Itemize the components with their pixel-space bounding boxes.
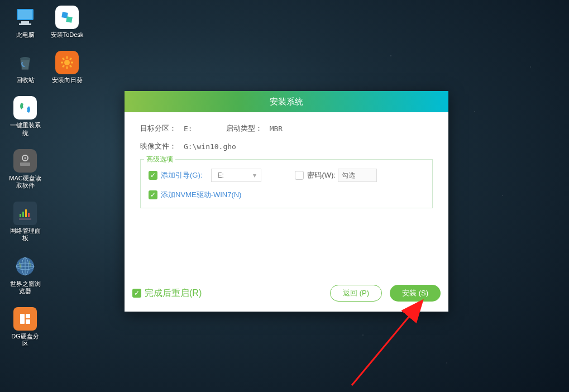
desktop-icon-label: 此电脑 — [16, 31, 35, 39]
dialog-body: 目标分区： E: 启动类型： MBR 映像文件： G:\win10.gho 高级… — [125, 112, 448, 312]
row-target-partition: 目标分区： E: 启动类型： MBR — [140, 123, 433, 133]
desktop-icon-dg-partition[interactable]: DG硬盘分区 — [8, 307, 42, 347]
desktop-icon-label: 世界之窗浏览器 — [8, 280, 42, 295]
partition-icon — [13, 307, 37, 331]
svg-rect-9 — [22, 212, 24, 217]
svg-rect-16 — [20, 314, 25, 324]
desktop-icon-label: MAC硬盘读取软件 — [8, 175, 42, 189]
opt-add-boot: ✓ 添加引导(G): E: 密码(W): — [149, 169, 424, 182]
row-image-file: 映像文件： G:\win10.gho — [140, 141, 433, 151]
svg-rect-7 — [20, 162, 30, 166]
desktop-icons-col1: 此电脑 回收站 一键重装系统 MAC硬盘读取软件 网络管理面板 世界之窗浏览器 — [8, 6, 42, 347]
install-button[interactable]: 安装 (S) — [390, 285, 441, 302]
dialog-title: 安装系统 — [125, 91, 448, 112]
svg-point-6 — [25, 157, 26, 159]
svg-line-26 — [63, 58, 64, 60]
back-button-label: 返回 (P) — [343, 288, 369, 298]
desktop-icon-label: 一键重装系统 — [8, 122, 42, 136]
svg-rect-8 — [20, 214, 21, 217]
desktop-icon-recycle-bin[interactable]: 回收站 — [8, 51, 42, 84]
svg-point-21 — [64, 60, 70, 65]
recycle-bin-icon — [13, 51, 37, 74]
globe-icon — [13, 255, 37, 278]
target-partition-value: E: — [184, 125, 193, 133]
target-partition-label: 目标分区： — [140, 123, 184, 133]
add-boot-select[interactable]: E: — [211, 169, 261, 182]
boot-type-value: MBR — [270, 125, 283, 133]
svg-rect-18 — [26, 319, 30, 324]
advanced-legend: 高级选项 — [144, 155, 175, 164]
svg-rect-1 — [18, 10, 32, 19]
svg-line-28 — [70, 58, 71, 60]
desktop-icon-label: DG硬盘分区 — [8, 333, 42, 347]
desktop-icon-label: 回收站 — [16, 77, 35, 84]
add-nvme-label: 添加NVME驱动-WIN7(N) — [161, 190, 241, 200]
advanced-options-fieldset: 高级选项 ✓ 添加引导(G): E: 密码(W): ✓ 添加NVME驱动-WIN… — [140, 159, 433, 208]
svg-rect-12 — [19, 218, 31, 220]
svg-rect-17 — [26, 314, 30, 318]
disk-icon — [13, 149, 37, 173]
desktop-icon-label: 安装向日葵 — [52, 77, 83, 84]
network-icon — [13, 202, 37, 225]
sunflower-icon — [55, 51, 79, 74]
svg-rect-11 — [28, 213, 30, 217]
desktop-icon-label: 网络管理面板 — [8, 227, 42, 242]
image-file-value: G:\win10.gho — [184, 142, 236, 151]
reinstall-icon — [13, 96, 37, 119]
desktop-icon-sunflower[interactable]: 安装向日葵 — [50, 51, 84, 84]
svg-line-27 — [70, 65, 71, 67]
opt-add-nvme: ✓ 添加NVME驱动-WIN7(N) — [149, 190, 424, 200]
desktop-icon-one-key-reinstall[interactable]: 一键重装系统 — [8, 96, 42, 136]
computer-icon — [13, 6, 37, 29]
svg-rect-2 — [21, 21, 29, 23]
checkbox-add-boot[interactable]: ✓ — [149, 171, 157, 180]
add-boot-label: 添加引导(G): — [161, 170, 202, 180]
boot-type-label: 启动类型： — [226, 123, 270, 133]
back-button[interactable]: 返回 (P) — [330, 285, 382, 302]
svg-line-30 — [352, 302, 422, 385]
svg-line-29 — [63, 65, 64, 67]
checkbox-nvme[interactable]: ✓ — [149, 190, 157, 199]
dialog-footer: ✓ 完成后重启(R) 返回 (P) 安装 (S) — [132, 285, 441, 302]
todesk-icon — [55, 6, 79, 29]
install-dialog: 安装系统 目标分区： E: 启动类型： MBR 映像文件： G:\win10.g… — [125, 91, 448, 312]
svg-rect-20 — [66, 16, 73, 23]
svg-point-4 — [20, 57, 30, 60]
password-input[interactable] — [338, 169, 377, 182]
desktop-icons-col2: 安装ToDesk 安装向日葵 — [50, 6, 84, 84]
checkbox-restart[interactable]: ✓ — [132, 289, 141, 298]
image-file-label: 映像文件： — [140, 141, 184, 151]
desktop-icon-network-panel[interactable]: 网络管理面板 — [8, 202, 42, 242]
checkbox-password[interactable] — [295, 171, 304, 180]
svg-rect-10 — [25, 209, 27, 217]
desktop-icon-todesk[interactable]: 安装ToDesk — [50, 6, 84, 39]
desktop-icon-mac-disk[interactable]: MAC硬盘读取软件 — [8, 149, 42, 189]
svg-rect-3 — [19, 23, 31, 25]
desktop-icon-label: 安装ToDesk — [51, 31, 84, 39]
install-button-label: 安装 (S) — [402, 288, 428, 298]
desktop-icon-browser[interactable]: 世界之窗浏览器 — [8, 255, 42, 295]
desktop-icon-this-pc[interactable]: 此电脑 — [8, 6, 42, 39]
add-boot-select-value: E: — [217, 171, 223, 179]
restart-after-label: 完成后重启(R) — [145, 288, 202, 299]
password-label: 密码(W): — [307, 170, 336, 180]
